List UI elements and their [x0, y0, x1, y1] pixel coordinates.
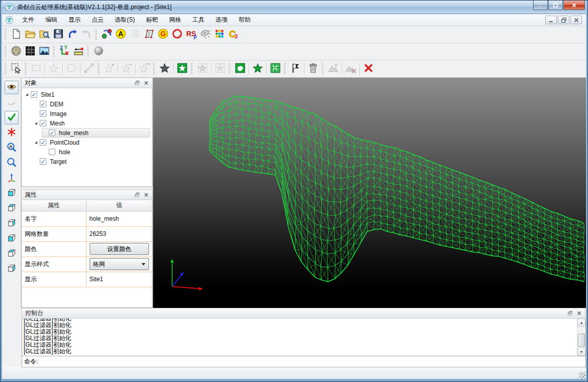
toolbar-grip[interactable]	[25, 63, 27, 75]
color-table-button[interactable]	[212, 28, 227, 42]
toolbar-grip[interactable]	[95, 29, 98, 41]
tree-checkbox-hole_mesh[interactable]: ✓	[49, 130, 55, 136]
menu-编辑[interactable]: 编辑	[40, 14, 63, 26]
tree-item-hole_mesh[interactable]: ✓hole_mesh	[22, 128, 152, 138]
tree-expand-icon[interactable]	[35, 141, 37, 144]
menu-选项[interactable]: 选项	[210, 14, 233, 26]
menu-帮助[interactable]: 帮助	[233, 14, 256, 26]
objects-close-button[interactable]	[142, 80, 150, 87]
window-close-button[interactable]	[563, 1, 585, 10]
set-color-button[interactable]: 设置颜色	[90, 243, 150, 255]
tree-expand-icon[interactable]	[35, 122, 37, 124]
new-file-button[interactable]	[9, 28, 23, 42]
delete-selection-button[interactable]	[306, 62, 320, 76]
dem-button[interactable]	[9, 45, 23, 59]
sphere-render-button[interactable]	[92, 45, 106, 59]
classify-button[interactable]: C2	[227, 28, 241, 42]
selection-star-button[interactable]	[251, 62, 265, 76]
tree-item-Mesh[interactable]: ✓Mesh	[22, 118, 152, 128]
resample-button[interactable]: RSp	[184, 28, 198, 42]
tree-checkbox-hole[interactable]	[49, 149, 55, 155]
window-maximize-button[interactable]	[548, 1, 563, 10]
console-float-button[interactable]	[566, 310, 574, 317]
geo-reference-button[interactable]: G	[156, 28, 170, 42]
tree-item-hole[interactable]: hole	[22, 147, 152, 157]
menu-点云[interactable]: 点云	[86, 14, 109, 26]
toolbar-grip[interactable]	[191, 63, 193, 75]
properties-close-button[interactable]	[142, 192, 150, 199]
mdi-close-button[interactable]	[570, 16, 582, 24]
tree-item-DEM[interactable]: ✓DEM	[22, 99, 152, 109]
mdi-minimize-button[interactable]	[545, 16, 557, 24]
open-project-button[interactable]	[37, 28, 51, 42]
toolbar-grip[interactable]	[153, 63, 156, 75]
target-detect-button[interactable]	[170, 28, 184, 42]
scrollbar-thumb[interactable]	[578, 334, 585, 347]
properties-float-button[interactable]	[133, 192, 141, 199]
toolbar-grip[interactable]	[5, 29, 7, 41]
menu-标靶[interactable]: 标靶	[140, 14, 164, 26]
console-scrollbar[interactable]: ▲ ▼	[577, 319, 585, 356]
view-front-button[interactable]	[5, 186, 19, 200]
toolbar-grip[interactable]	[98, 63, 100, 75]
zoom-all-button[interactable]: A	[5, 141, 19, 155]
tree-item-Site1[interactable]: ✓Site1	[22, 90, 152, 99]
toolbar-grip[interactable]	[53, 46, 55, 58]
invert-selection-button[interactable]	[158, 62, 172, 76]
menu-选取(S)[interactable]: 选取(S)	[109, 14, 140, 26]
axes-gizmo-button[interactable]	[5, 171, 19, 185]
flag-mark-button[interactable]	[288, 62, 303, 76]
image-view-button[interactable]	[37, 45, 51, 59]
orbit-view-button[interactable]	[5, 81, 19, 94]
open-file-button[interactable]	[23, 28, 37, 42]
display-style-dropdown[interactable]: 格网	[90, 258, 150, 270]
grid-view-button[interactable]	[23, 45, 37, 59]
scanner-button[interactable]	[198, 28, 212, 42]
view-back-button[interactable]	[5, 202, 19, 215]
tree-expand-icon[interactable]	[26, 93, 28, 96]
toolbar-grip[interactable]	[229, 63, 231, 75]
menu-显示[interactable]: 显示	[63, 14, 86, 26]
extract-selection-button[interactable]	[175, 62, 189, 76]
tree-checkbox-Site1[interactable]: ✓	[31, 91, 37, 98]
tree-item-Target[interactable]: ✓Target	[22, 157, 152, 166]
toolbar-grip[interactable]	[5, 46, 7, 58]
window-minimize-button[interactable]	[533, 1, 548, 10]
tree-checkbox-Target[interactable]: ✓	[40, 158, 46, 165]
tree-checkbox-Mesh[interactable]: ✓	[40, 120, 46, 126]
console-close-button[interactable]	[575, 310, 583, 317]
tree-checkbox-DEM[interactable]: ✓	[40, 101, 46, 107]
scroll-down-arrow-icon[interactable]: ▼	[577, 348, 585, 356]
tree-item-PointCloud[interactable]: ✓PointCloud	[22, 138, 152, 147]
menu-网格[interactable]: 网格	[164, 14, 187, 26]
toolbar-grip[interactable]	[87, 46, 90, 58]
view-bottom-button[interactable]	[5, 262, 19, 276]
undo-button[interactable]	[65, 28, 80, 42]
view-left-button[interactable]	[5, 217, 19, 230]
view-right-button[interactable]	[5, 232, 19, 245]
coordinate-axes-button[interactable]: ZY	[57, 45, 71, 59]
save-file-button[interactable]	[51, 28, 65, 42]
scrollbar-track[interactable]	[577, 327, 585, 348]
scroll-up-arrow-icon[interactable]: ▲	[577, 319, 585, 327]
resize-grip[interactable]	[579, 372, 585, 378]
title-bar[interactable]: 鼎创点云处理系统(基础版)V2.1.1[32]-巷道.project - [Si…	[2, 1, 586, 14]
tree-item-Image[interactable]: ✓Image	[22, 109, 152, 118]
mdi-restore-button[interactable]	[558, 16, 569, 24]
menu-文件[interactable]: 文件	[17, 14, 40, 26]
tree-checkbox-Image[interactable]: ✓	[40, 110, 46, 117]
objects-float-button[interactable]	[133, 80, 141, 87]
fill-region-button[interactable]	[233, 62, 247, 76]
mesh-selection-button[interactable]	[268, 62, 282, 76]
tree-checkbox-PointCloud[interactable]: ✓	[40, 139, 46, 146]
menu-工具[interactable]: 工具	[187, 14, 210, 26]
tin-mesh-button[interactable]	[142, 28, 156, 42]
delete-button[interactable]	[361, 62, 376, 76]
command-input[interactable]	[38, 357, 583, 366]
toolbar-grip[interactable]	[322, 63, 324, 75]
zoom-window-button[interactable]	[5, 156, 19, 170]
confirm-pick-button[interactable]	[5, 111, 19, 124]
viewport-3d[interactable]	[153, 78, 586, 308]
pick-select-button[interactable]	[9, 62, 23, 76]
toolbar-grip[interactable]	[5, 63, 7, 75]
